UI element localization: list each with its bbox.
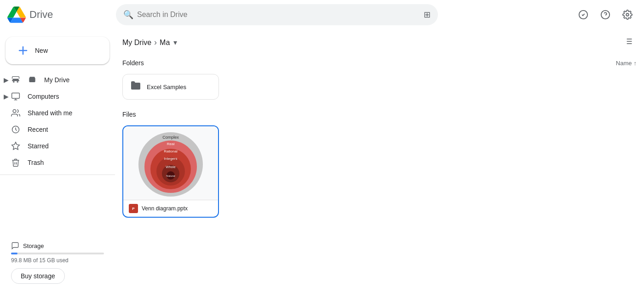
- list-view-icon: [624, 37, 633, 46]
- svg-text:Rational: Rational: [164, 149, 178, 153]
- svg-text:Complex: Complex: [162, 135, 179, 140]
- sidebar-item-label-starred: Starred: [28, 142, 49, 150]
- file-name-venn-diagram: Venn diagram.pptx: [142, 205, 188, 212]
- folder-name-excel-samples: Excel Samples: [147, 84, 186, 90]
- files-grid: Complex Real Rational Integers: [122, 125, 637, 218]
- files-section-header: Files: [122, 107, 637, 122]
- my-drive-icon: [11, 75, 20, 85]
- sidebar-item-my-drive[interactable]: ▶ My Drive: [0, 72, 108, 88]
- sidebar-item-label-recent: Recent: [28, 126, 48, 133]
- file-card-venn-diagram[interactable]: Complex Real Rational Integers: [122, 125, 219, 218]
- new-plus-icon: [17, 44, 29, 57]
- list-view-button[interactable]: [620, 35, 637, 50]
- venn-diagram-svg: Complex Real Rational Integers: [132, 129, 210, 197]
- breadcrumb-bar: My Drive › Ma ▾: [115, 29, 644, 56]
- sidebar-item-computers[interactable]: ▶ Computers: [0, 88, 108, 105]
- recent-icon: [11, 125, 20, 134]
- folder-card-excel-samples[interactable]: Excel Samples: [122, 74, 219, 100]
- svg-text:Whole: Whole: [166, 165, 175, 169]
- file-preview-venn-diagram: Complex Real Rational Integers: [123, 126, 218, 200]
- search-input[interactable]: [137, 11, 420, 19]
- expand-icon-my-drive: ▶: [4, 76, 9, 84]
- expand-icon-computers: ▶: [4, 93, 9, 100]
- sort-label: Name: [616, 60, 632, 67]
- file-footer-venn-diagram: P Venn diagram.pptx: [123, 200, 218, 217]
- trash-icon: [11, 158, 20, 167]
- sidebar-item-trash[interactable]: Trash: [0, 154, 108, 171]
- sidebar-item-label-shared: Shared with me: [28, 109, 72, 117]
- svg-rect-8: [12, 93, 20, 99]
- sidebar-item-label-computers: Computers: [28, 93, 59, 100]
- shared-with-me-icon: [11, 108, 20, 118]
- settings-icon: [622, 10, 632, 20]
- folders-section-header: Folders Name ↑: [122, 56, 637, 70]
- sidebar-item-starred[interactable]: Starred: [0, 138, 108, 154]
- svg-marker-13: [12, 142, 20, 150]
- my-drive-icon: [28, 75, 37, 85]
- sidebar: New ▶ My Drive ▶ Computers Shared with m…: [0, 29, 115, 293]
- svg-point-3: [626, 13, 629, 16]
- storage-section: Storage 99.8 MB of 15 GB used Buy storag…: [0, 236, 115, 289]
- buy-storage-button[interactable]: Buy storage: [11, 268, 65, 284]
- help-button[interactable]: [596, 6, 615, 24]
- settings-button[interactable]: [618, 6, 637, 24]
- folders-section-title: Folders: [122, 59, 144, 67]
- svg-point-6: [13, 81, 14, 83]
- breadcrumb-root[interactable]: My Drive: [122, 39, 151, 47]
- help-icon: [600, 10, 610, 20]
- sidebar-item-label-trash: Trash: [28, 159, 44, 166]
- file-type-icon-pptx: P: [129, 204, 138, 213]
- drive-logo-icon: [7, 6, 26, 24]
- search-filter-icon[interactable]: ⊞: [424, 10, 431, 20]
- content-area: My Drive › Ma ▾ Folders Name ↑: [115, 29, 644, 293]
- breadcrumb-current[interactable]: Ma: [160, 39, 170, 47]
- folder-icon: [130, 80, 141, 94]
- new-button-wrap: New: [0, 33, 115, 72]
- new-button[interactable]: New: [6, 37, 109, 64]
- sidebar-item-label-my-drive: My Drive: [44, 76, 69, 84]
- folder-grid: Excel Samples: [122, 74, 637, 100]
- storage-bar-background: [11, 253, 104, 254]
- svg-point-11: [13, 110, 16, 113]
- logo-area: Drive: [7, 6, 109, 24]
- search-icon: 🔍: [123, 10, 133, 20]
- sidebar-divider: [0, 175, 115, 175]
- topbar-actions: [574, 6, 637, 24]
- breadcrumb-separator: ›: [154, 38, 157, 47]
- files-section-title: Files: [122, 111, 136, 118]
- computers-icon: [11, 92, 20, 101]
- file-content: Folders Name ↑ Excel Samples Files: [115, 56, 644, 293]
- storage-label-text: Storage: [23, 242, 44, 249]
- starred-icon: [11, 141, 20, 151]
- storage-bar-fill: [11, 253, 17, 254]
- breadcrumb-dropdown-icon[interactable]: ▾: [173, 38, 177, 47]
- main-layout: New ▶ My Drive ▶ Computers Shared with m…: [0, 29, 644, 293]
- topbar: Drive 🔍 ⊞: [0, 0, 644, 29]
- svg-text:Real: Real: [167, 142, 175, 146]
- sidebar-item-shared-with-me[interactable]: Shared with me: [0, 105, 108, 121]
- svg-text:Natural: Natural: [166, 175, 175, 177]
- svg-point-7: [17, 81, 18, 83]
- sidebar-item-recent[interactable]: Recent: [0, 121, 108, 138]
- svg-text:Integers: Integers: [164, 157, 178, 161]
- app-title: Drive: [29, 9, 53, 21]
- storage-used-text: 99.8 MB of 15 GB used: [11, 257, 104, 264]
- storage-icon: [11, 242, 19, 250]
- sort-button[interactable]: Name ↑: [616, 60, 637, 67]
- new-label: New: [35, 47, 48, 54]
- sort-arrow-icon: ↑: [634, 60, 637, 67]
- search-bar[interactable]: 🔍 ⊞: [116, 4, 438, 25]
- check-circle-icon: [578, 10, 588, 20]
- check-circle-button[interactable]: [574, 6, 592, 24]
